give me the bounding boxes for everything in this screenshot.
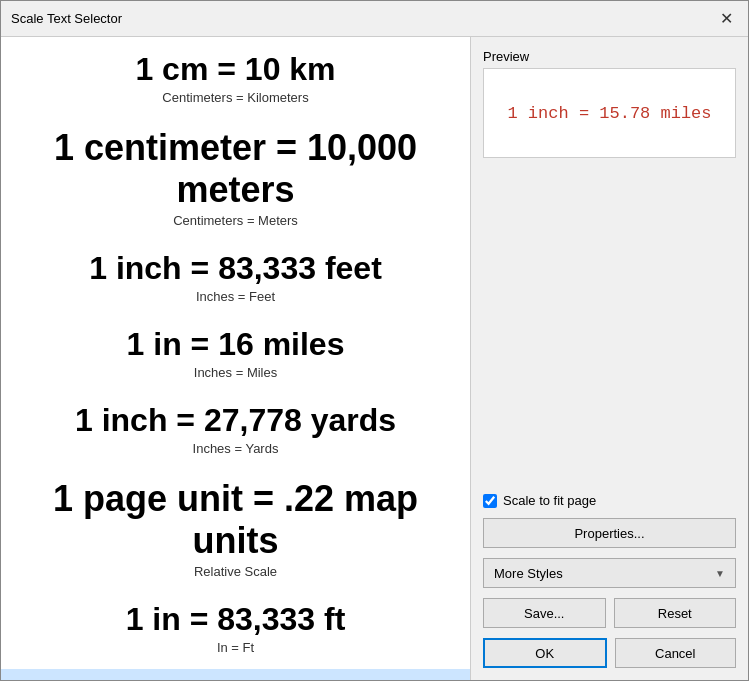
scale-to-fit-checkbox[interactable] (483, 494, 497, 508)
scale-list-item[interactable]: 1 inch = 15.78 milesInches = Miles (1, 669, 470, 680)
main-content: 1:1,000,000Absolute Scale1 cm = 10 kmCen… (1, 37, 748, 680)
scale-to-fit-row: Scale to fit page (483, 493, 736, 508)
scale-list-item[interactable]: 1 inch = 27,778 yardsInches = Yards (1, 394, 470, 470)
scale-item-main: 1 in = 83,333 ft (21, 601, 450, 638)
preview-box: 1 inch = 15.78 miles (483, 68, 736, 158)
reset-button[interactable]: Reset (614, 598, 737, 628)
save-button[interactable]: Save... (483, 598, 606, 628)
scale-item-sub: Inches = Feet (21, 289, 450, 304)
scale-list[interactable]: 1:1,000,000Absolute Scale1 cm = 10 kmCen… (1, 37, 470, 680)
ok-button[interactable]: OK (483, 638, 607, 668)
right-panel: Preview 1 inch = 15.78 miles Scale to fi… (471, 37, 748, 680)
window-title: Scale Text Selector (11, 11, 122, 26)
scale-item-sub: In = Ft (21, 640, 450, 655)
more-styles-label: More Styles (494, 566, 563, 581)
left-panel: 1:1,000,000Absolute Scale1 cm = 10 kmCen… (1, 37, 471, 680)
scale-list-item[interactable]: 1 inch = 83,333 feetInches = Feet (1, 242, 470, 318)
dropdown-arrow-icon: ▼ (715, 568, 725, 579)
scale-item-main: 1 cm = 10 km (21, 51, 450, 88)
preview-label: Preview (483, 49, 736, 64)
scale-list-item[interactable]: 1 in = 16 milesInches = Miles (1, 318, 470, 394)
scale-item-main: 1 centimeter = 10,000 meters (21, 127, 450, 211)
save-reset-row: Save... Reset (483, 598, 736, 628)
scale-to-fit-label: Scale to fit page (503, 493, 596, 508)
scale-item-main: 1 in = 16 miles (21, 326, 450, 363)
scale-item-main: 1 page unit = .22 map units (21, 478, 450, 562)
scale-list-item[interactable]: 1 page unit = .22 map unitsRelative Scal… (1, 470, 470, 593)
scale-item-main: 1 inch = 27,778 yards (21, 402, 450, 439)
close-button[interactable]: ✕ (714, 7, 738, 31)
more-styles-row: More Styles ▼ (483, 558, 736, 588)
cancel-button[interactable]: Cancel (615, 638, 737, 668)
properties-button[interactable]: Properties... (483, 518, 736, 548)
scale-list-item[interactable]: 1 cm = 10 kmCentimeters = Kilometers (1, 43, 470, 119)
more-styles-button[interactable]: More Styles ▼ (483, 558, 736, 588)
scale-item-sub: Inches = Yards (21, 441, 450, 456)
ok-cancel-row: OK Cancel (483, 638, 736, 668)
scale-item-sub: Inches = Miles (21, 365, 450, 380)
preview-text: 1 inch = 15.78 miles (507, 104, 711, 123)
scale-item-sub: Centimeters = Kilometers (21, 90, 450, 105)
preview-section: Preview 1 inch = 15.78 miles (483, 49, 736, 158)
scale-item-sub: Centimeters = Meters (21, 213, 450, 228)
scale-item-main: 1 inch = 83,333 feet (21, 250, 450, 287)
main-window: Scale Text Selector ✕ 1:1,000,000Absolut… (0, 0, 749, 681)
scale-list-item[interactable]: 1 centimeter = 10,000 metersCentimeters … (1, 119, 470, 242)
properties-row: Properties... (483, 518, 736, 548)
scale-item-sub: Relative Scale (21, 564, 450, 579)
spacer (483, 168, 736, 483)
title-bar: Scale Text Selector ✕ (1, 1, 748, 37)
scale-item-main: 1 inch = 15.78 miles (21, 677, 450, 680)
scale-list-item[interactable]: 1 in = 83,333 ftIn = Ft (1, 593, 470, 669)
